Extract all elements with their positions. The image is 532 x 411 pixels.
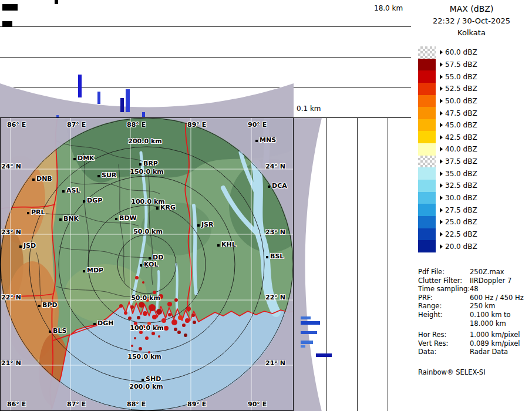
- echo-height-bar: [301, 316, 311, 319]
- beam-envelope-shape: [294, 118, 411, 411]
- legend-arrow-icon: [440, 135, 443, 140]
- legend-swatch: [418, 167, 436, 180]
- side-cross-section-panel: [294, 117, 411, 411]
- echo-mark: [2, 21, 12, 27]
- legend-swatch: [418, 46, 436, 59]
- legend-arrow-icon: [440, 62, 443, 67]
- legend-panel: MAX (dBZ) 22:32 / 30-Oct-2025 Kolkata 60…: [411, 0, 532, 411]
- height-axis-min-label: 0.1 km: [297, 105, 321, 113]
- metadata-value: Radar Data: [470, 348, 508, 356]
- legend-entry-label: 42.5 dBZ: [445, 133, 477, 142]
- metadata-label: Range:: [418, 302, 470, 311]
- height-gridline-10km: [357, 118, 358, 411]
- echo-height-bar: [316, 353, 332, 357]
- legend-swatch: [418, 131, 436, 143]
- legend-entry-label: 52.5 dBZ: [445, 85, 477, 93]
- echo-height-bar: [97, 92, 100, 104]
- legend-arrow-icon: [440, 123, 443, 127]
- echo-height-bar: [301, 331, 317, 334]
- legend-arrow-icon: [440, 196, 443, 200]
- legend-swatch: [418, 216, 436, 228]
- legend-entry-label: 35.0 dBZ: [445, 170, 477, 178]
- legend-entry-label: 60.0 dBZ: [445, 48, 477, 56]
- legend-swatch: [418, 192, 436, 204]
- legend-entry: 45.0 dBZ: [418, 119, 477, 132]
- legend-entry: 42.5 dBZ: [418, 131, 477, 143]
- legend-arrow-icon: [440, 208, 443, 213]
- legend-entry: 55.0 dBZ: [418, 70, 477, 83]
- legend-entry: 37.5 dBZ: [418, 156, 477, 168]
- legend-entry-label: 37.5 dBZ: [445, 157, 477, 166]
- metadata-label: PRF:: [418, 294, 470, 302]
- legend-entry: 40.0 dBZ: [418, 143, 477, 156]
- metadata-label: Time sampling:: [418, 285, 470, 294]
- metadata-row: Vert Res:0.089 km/pixel: [418, 339, 524, 348]
- legend-swatch: [418, 107, 436, 119]
- map-canvas: [0, 117, 294, 411]
- legend-entry-label: 57.5 dBZ: [445, 60, 477, 69]
- legend-swatch: [418, 143, 436, 156]
- metadata-value: 18.000 km: [470, 319, 506, 328]
- metadata-row: Time sampling:48: [418, 285, 524, 294]
- metadata-label: Data:: [418, 348, 470, 356]
- metadata-value: 250 km: [470, 302, 495, 310]
- legend-swatch: [418, 180, 436, 192]
- legend-entry-label: 30.0 dBZ: [445, 194, 477, 202]
- legend-swatch: [418, 95, 436, 107]
- echo-mark: [2, 4, 18, 11]
- top-cross-section-panel: 18.0 km: [0, 0, 411, 117]
- echo-height-bar: [301, 341, 313, 344]
- legend-entry: 52.5 dBZ: [418, 83, 477, 95]
- legend-swatch: [418, 240, 436, 252]
- metadata-row: Hor Res:1.000 km/pixel: [418, 331, 524, 339]
- legend-entry-label: 40.0 dBZ: [445, 145, 477, 153]
- legend-entry: 20.0 dBZ: [418, 240, 477, 252]
- legend-entry: 57.5 dBZ: [418, 59, 477, 71]
- metadata-row: Clutter Filter:IIRDoppler 7: [418, 277, 524, 285]
- legend-entry-label: 25.0 dBZ: [445, 218, 477, 226]
- echo-height-bar: [301, 321, 320, 325]
- metadata-label: Clutter Filter:: [418, 277, 470, 285]
- legend-swatch: [418, 59, 436, 71]
- metadata-value: 600 Hz / 450 Hz: [470, 294, 524, 302]
- echo-height-bar: [142, 112, 145, 117]
- legend-arrow-icon: [440, 244, 443, 249]
- legend-title: MAX (dBZ): [411, 4, 532, 14]
- metadata-label: Hor Res:: [418, 331, 470, 339]
- legend-entry-label: 50.0 dBZ: [445, 97, 477, 105]
- metadata-label: Vert Res:: [418, 339, 470, 348]
- legend-entry: 27.5 dBZ: [418, 204, 477, 216]
- metadata-row: PRF:600 Hz / 450 Hz: [418, 294, 524, 302]
- echo-height-bar: [120, 98, 124, 112]
- metadata-value: 48: [470, 285, 479, 293]
- legend-entry: 60.0 dBZ: [418, 46, 477, 59]
- metadata-value: IIRDoppler 7: [470, 277, 511, 285]
- legend-arrow-icon: [440, 159, 443, 164]
- legend-arrow-icon: [440, 86, 443, 91]
- legend-entry-label: 22.5 dBZ: [445, 230, 477, 238]
- metadata-label: Pdf File:: [418, 268, 470, 277]
- metadata-value: 0.100 km to: [470, 311, 511, 319]
- metadata-row: Pdf File:250Z.max: [418, 268, 524, 277]
- legend-entry: 25.0 dBZ: [418, 216, 477, 228]
- legend-timestamp: 22:32 / 30-Oct-2025: [411, 16, 532, 25]
- height-gridline-15km: [388, 118, 388, 411]
- legend-swatch: [418, 119, 436, 132]
- legend-arrow-icon: [440, 111, 443, 116]
- legend-station: Kolkata: [411, 28, 532, 37]
- legend-arrow-icon: [440, 50, 443, 55]
- legend-arrow-icon: [440, 232, 443, 237]
- metadata-label: Height:: [418, 311, 470, 319]
- legend-entry: 47.5 dBZ: [418, 107, 477, 119]
- legend-entry-label: 55.0 dBZ: [445, 73, 477, 81]
- legend-entry: 30.0 dBZ: [418, 192, 477, 204]
- legend-swatch: [418, 70, 436, 83]
- legend-entry-label: 27.5 dBZ: [445, 206, 477, 214]
- radar-map: [0, 117, 294, 411]
- metadata-row: Height:0.100 km to: [418, 311, 524, 319]
- legend-entry-label: 32.5 dBZ: [445, 181, 477, 190]
- legend-arrow-icon: [440, 220, 443, 224]
- beam-envelope-shape: [0, 0, 411, 117]
- metadata-value: 0.089 km/pixel: [470, 339, 520, 348]
- legend-arrow-icon: [440, 183, 443, 188]
